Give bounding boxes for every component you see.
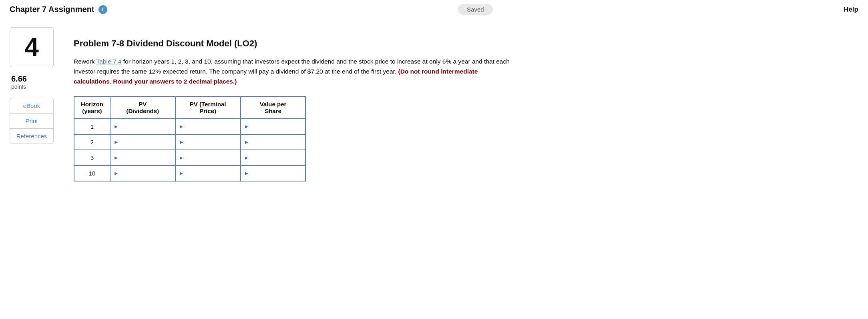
col-header-horizon: Horizon(years)	[74, 96, 110, 119]
value-per-share-input-1[interactable]	[250, 122, 302, 132]
saved-badge: Saved	[458, 4, 493, 15]
value-per-share-input-10[interactable]	[250, 168, 302, 178]
arrow-icon-10c: ►	[244, 170, 249, 176]
arrow-icon-1c: ►	[244, 124, 249, 130]
pv-dividends-cell-10[interactable]: ►	[110, 165, 175, 181]
arrow-icon-10b: ►	[179, 170, 184, 176]
table-row: 1 ► ► ►	[74, 119, 305, 134]
question-number-box: 4	[10, 27, 54, 67]
year-cell: 3	[74, 150, 110, 165]
year-cell: 2	[74, 134, 110, 150]
description-part1: Rework	[74, 58, 96, 65]
year-cell: 1	[74, 119, 110, 134]
pv-terminal-input-3[interactable]	[185, 153, 237, 163]
left-sidebar: 4 6.66 points eBook Print References	[10, 27, 66, 181]
arrow-icon-3a: ►	[114, 155, 119, 161]
value-per-share-cell-2[interactable]: ►	[241, 134, 306, 150]
arrow-icon-1a: ►	[114, 124, 119, 130]
arrow-icon-3c: ►	[244, 155, 249, 161]
print-link[interactable]: Print	[10, 114, 53, 129]
top-bar-left: Chapter 7 Assignment i	[10, 5, 107, 14]
pv-dividends-input-2[interactable]	[120, 137, 172, 147]
col-header-value-per-share: Value perShare	[241, 96, 306, 119]
arrow-icon-2b: ►	[179, 139, 184, 145]
pv-terminal-input-1[interactable]	[185, 122, 237, 132]
value-per-share-input-2[interactable]	[250, 137, 302, 147]
value-per-share-cell-1[interactable]: ►	[241, 119, 306, 134]
value-per-share-cell-10[interactable]: ►	[241, 165, 306, 181]
main-content: 4 6.66 points eBook Print References Pro…	[0, 19, 868, 189]
info-icon[interactable]: i	[98, 5, 107, 14]
problem-title: Problem 7-8 Dividend Discount Model (LO2…	[74, 38, 858, 49]
table-link[interactable]: Table 7.4	[96, 58, 122, 65]
content-area: Problem 7-8 Dividend Discount Model (LO2…	[66, 27, 858, 181]
pv-dividends-input-1[interactable]	[120, 122, 172, 132]
value-per-share-input-3[interactable]	[250, 153, 302, 163]
pv-dividends-cell-3[interactable]: ►	[110, 150, 175, 165]
pv-dividends-input-10[interactable]	[120, 168, 172, 178]
col-header-pv-terminal: PV (TerminalPrice)	[175, 96, 241, 119]
table-row: 2 ► ► ►	[74, 134, 305, 150]
points-label: points	[11, 84, 66, 90]
sidebar-links: eBook Print References	[10, 98, 54, 144]
arrow-icon-2c: ►	[244, 139, 249, 145]
arrow-icon-10a: ►	[114, 170, 119, 176]
references-link[interactable]: References	[10, 129, 53, 144]
points-value: 6.66	[11, 74, 66, 84]
top-bar: Chapter 7 Assignment i Saved Help	[0, 0, 868, 19]
pv-terminal-cell-10[interactable]: ►	[175, 165, 241, 181]
pv-dividends-cell-1[interactable]: ►	[110, 119, 175, 134]
question-number: 4	[24, 32, 39, 62]
problem-description: Rework Table 7.4 for horizon years 1, 2,…	[74, 57, 514, 86]
data-table: Horizon(years) PV(Dividends) PV (Termina…	[74, 96, 306, 181]
pv-terminal-cell-2[interactable]: ►	[175, 134, 241, 150]
col-header-pv-dividends: PV(Dividends)	[110, 96, 175, 119]
ebook-link[interactable]: eBook	[10, 98, 53, 114]
pv-dividends-input-3[interactable]	[120, 153, 172, 163]
help-button[interactable]: Help	[844, 6, 858, 14]
year-cell: 10	[74, 165, 110, 181]
arrow-icon-3b: ►	[179, 155, 184, 161]
page-title: Chapter 7 Assignment	[10, 5, 94, 14]
table-row: 10 ► ► ►	[74, 165, 305, 181]
arrow-icon-2a: ►	[114, 139, 119, 145]
pv-dividends-cell-2[interactable]: ►	[110, 134, 175, 150]
arrow-icon-1b: ►	[179, 124, 184, 130]
table-row: 3 ► ► ►	[74, 150, 305, 165]
points-section: 6.66 points	[10, 74, 66, 90]
pv-terminal-cell-3[interactable]: ►	[175, 150, 241, 165]
pv-terminal-input-10[interactable]	[185, 168, 237, 178]
pv-terminal-input-2[interactable]	[185, 137, 237, 147]
value-per-share-cell-3[interactable]: ►	[241, 150, 306, 165]
pv-terminal-cell-1[interactable]: ►	[175, 119, 241, 134]
